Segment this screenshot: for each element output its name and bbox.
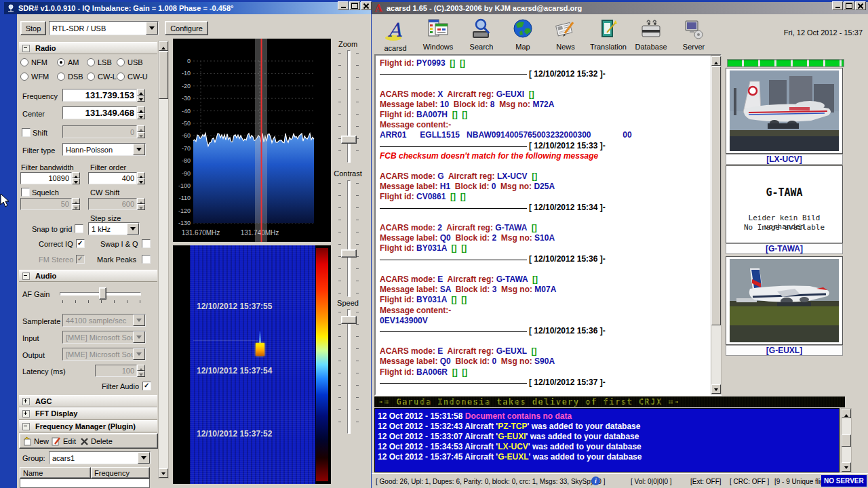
stop-button[interactable]: Stop [20, 21, 46, 35]
filter-type-select[interactable]: Hann-Poisson [62, 143, 146, 156]
slider-track[interactable] [347, 50, 351, 163]
scroll-up-button[interactable] [159, 41, 168, 51]
mode-radio-CW-L[interactable]: CW-L [87, 73, 117, 81]
aircraft-photo-label[interactable]: [G-EUXL] [726, 345, 843, 356]
toolbar-item-acarsd[interactable]: A acarsd [374, 18, 417, 52]
speed-slider[interactable] [335, 309, 362, 434]
filter-bandwidth-field[interactable]: 10890 [20, 172, 72, 184]
sdr-maximize-button[interactable] [349, 1, 360, 10]
mode-radio-NFM[interactable]: NFM [20, 58, 47, 66]
mode-radio-LSB[interactable]: LSB [87, 58, 112, 66]
log-scrollbar[interactable] [841, 408, 852, 472]
fm-column-frequency[interactable]: Frequency [91, 467, 150, 479]
message-scrollbar[interactable] [711, 56, 722, 394]
acars-message-area[interactable]: Flight id: PY0993 [] [][ 12/10/2012 15:3… [374, 54, 722, 396]
group-select[interactable]: acars1 [49, 451, 151, 464]
radio-icon[interactable] [117, 73, 125, 81]
fm-new-button[interactable]: New [22, 435, 49, 447]
expand-icon[interactable] [22, 398, 30, 405]
fm-column-name[interactable]: Name [20, 467, 91, 479]
scroll-down-button[interactable] [159, 468, 168, 478]
radio-group-header[interactable]: Radio [19, 42, 157, 54]
zoom-slider[interactable] [335, 50, 362, 163]
fm-edit-button[interactable]: Edit [52, 435, 76, 447]
scrollbar-thumb[interactable] [159, 52, 168, 99]
swap-iq-checkbox[interactable] [142, 239, 151, 248]
speed-slider-thumb[interactable] [341, 316, 357, 324]
frequency-spinner[interactable] [137, 89, 145, 102]
center-spinner[interactable] [137, 106, 145, 119]
scroll-down-button[interactable] [842, 462, 851, 472]
collapse-icon[interactable] [22, 272, 30, 280]
contrast-slider-thumb[interactable] [341, 249, 357, 258]
sdr-close-button[interactable] [361, 1, 372, 10]
toolbar-item-translation[interactable]: Translation [587, 18, 630, 51]
waterfall-display[interactable]: 12/10/2012 15:37:5512/10/2012 15:37:5412… [173, 245, 331, 484]
device-select[interactable]: RTL-SDR / USB [49, 21, 159, 35]
configure-button[interactable]: Configure [165, 21, 208, 35]
fm-table-body[interactable] [20, 479, 150, 488]
mode-radio-AM[interactable]: AM [57, 58, 79, 66]
mode-radio-CW-U[interactable]: CW-U [117, 73, 148, 81]
radio-icon[interactable] [87, 58, 95, 66]
spectrum-display[interactable]: 0-10-20-30-40-50-60-70-80-90-100-110-120… [173, 39, 331, 242]
contrast-slider[interactable] [335, 180, 362, 297]
toolbar-item-windows[interactable]: Windows [416, 18, 460, 51]
frequency-manager-group-header[interactable]: Frequency Manager (Plugin) [19, 420, 157, 432]
center-field[interactable]: 131.349.468 [62, 106, 137, 119]
scroll-up-button[interactable] [842, 409, 851, 418]
sdr-minimize-button[interactable] [338, 1, 349, 10]
filter-audio-checkbox[interactable] [142, 382, 151, 390]
scrollbar-thumb[interactable] [711, 66, 721, 325]
chevron-down-icon[interactable] [133, 144, 145, 155]
aircraft-photo-label[interactable]: [G-TAWA] [726, 243, 843, 254]
acarsd-maximize-button[interactable] [844, 1, 854, 10]
radio-icon[interactable] [20, 73, 28, 81]
toolbar-item-server[interactable]: Server [672, 18, 715, 51]
fm-delete-button[interactable]: Delete [80, 435, 113, 447]
scroll-up-button[interactable] [711, 56, 721, 66]
correct-iq-checkbox[interactable] [76, 239, 85, 248]
squelch-checkbox[interactable] [21, 188, 30, 197]
toolbar-item-map[interactable]: Map [501, 18, 545, 51]
slider-track[interactable] [347, 309, 351, 434]
snap-to-grid-checkbox[interactable] [75, 224, 83, 233]
aircraft-noimage-card[interactable]: G-TAWA Leider kein Bild vorhanden No Ima… [726, 165, 843, 243]
aircraft-photo-label[interactable]: [LX-UCV] [726, 154, 843, 165]
mode-radio-DSB[interactable]: DSB [57, 73, 83, 81]
fft-display-group-header[interactable]: FFT Display [19, 407, 157, 420]
chevron-down-icon[interactable] [146, 22, 158, 35]
filter-order-spinner[interactable] [137, 172, 145, 184]
filter-order-field[interactable]: 400 [88, 172, 137, 184]
toolbar-item-search[interactable]: Search [460, 18, 503, 51]
chevron-down-icon[interactable] [127, 223, 139, 235]
info-icon[interactable] [591, 476, 600, 485]
radio-icon[interactable] [87, 73, 95, 81]
af-gain-slider-thumb[interactable] [99, 287, 106, 300]
zoom-slider-thumb[interactable] [341, 136, 357, 144]
sdr-panel-scrollbar[interactable] [158, 41, 169, 479]
filter-bandwidth-spinner[interactable] [72, 172, 80, 184]
collapse-icon[interactable] [22, 423, 30, 430]
mode-radio-USB[interactable]: USB [117, 58, 143, 66]
mode-radio-WFM[interactable]: WFM [20, 73, 49, 81]
radio-icon[interactable] [117, 58, 125, 66]
toolbar-item-database[interactable]: Database [629, 18, 673, 51]
mark-peaks-checkbox[interactable] [142, 255, 151, 264]
shift-checkbox[interactable] [22, 128, 31, 137]
scroll-down-button[interactable] [711, 384, 721, 394]
radio-icon[interactable] [20, 58, 28, 66]
chevron-down-icon[interactable] [138, 452, 150, 464]
step-size-select[interactable]: 1 kHz [88, 222, 140, 235]
toolbar-item-news[interactable]: News [544, 18, 587, 51]
slider-track[interactable] [347, 180, 351, 297]
frequency-field[interactable]: 131.739.153 [62, 89, 137, 102]
acarsd-minimize-button[interactable] [832, 1, 843, 10]
radio-icon[interactable] [57, 73, 65, 81]
agc-group-header[interactable]: AGC [19, 395, 157, 407]
aircraft-photo-card[interactable] [726, 256, 843, 345]
expand-icon[interactable] [22, 410, 30, 418]
scrollbar-thumb[interactable] [842, 434, 851, 447]
radio-icon[interactable] [57, 58, 65, 66]
collapse-icon[interactable] [22, 45, 30, 52]
